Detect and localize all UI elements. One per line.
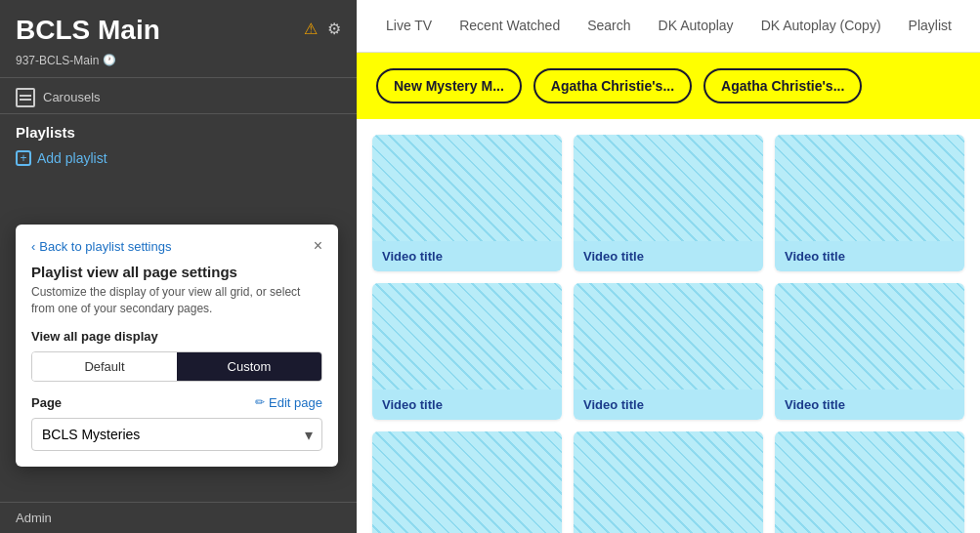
video-title-2: Video title bbox=[574, 241, 763, 271]
default-toggle[interactable]: Default bbox=[32, 352, 177, 381]
video-card-1[interactable]: Video title bbox=[372, 135, 562, 271]
sidebar-header: BCLS Main ⚠ ⚙ bbox=[0, 0, 357, 54]
video-thumb-6 bbox=[775, 283, 964, 390]
pill-btn-0[interactable]: New Mystery M... bbox=[376, 68, 522, 103]
admin-footer: Admin bbox=[0, 502, 357, 533]
sidebar-title: BCLS Main bbox=[16, 16, 160, 46]
add-playlist-button[interactable]: + Add playlist bbox=[0, 144, 357, 172]
playlist-view-all-popup: ‹ Back to playlist settings × Playlist v… bbox=[16, 225, 338, 467]
popup-description: Customize the display of your view all g… bbox=[31, 284, 322, 317]
video-title-6: Video title bbox=[775, 390, 964, 420]
video-card-6[interactable]: Video title bbox=[775, 283, 964, 420]
tab-dk-autoplay-copy[interactable]: DK Autoplay (Copy) bbox=[747, 2, 895, 51]
carousels-label: Carousels bbox=[43, 90, 101, 104]
sidebar: BCLS Main ⚠ ⚙ 937-BCLS-Main 🕐 Carousels … bbox=[0, 0, 357, 533]
video-title-5: Video title bbox=[574, 390, 763, 420]
tab-playlist[interactable]: Playlist bbox=[895, 2, 965, 51]
video-grid: Video title Video title Video title Vide… bbox=[357, 119, 980, 533]
carousels-section[interactable]: Carousels bbox=[0, 77, 357, 113]
video-card-7[interactable]: Video title bbox=[372, 431, 562, 533]
sidebar-subtitle: 937-BCLS-Main 🕐 bbox=[0, 54, 357, 77]
popup-back-row: ‹ Back to playlist settings × bbox=[31, 238, 322, 254]
view-all-page-toggle: Default Custom bbox=[31, 351, 322, 382]
warning-icon: ⚠ bbox=[304, 20, 318, 38]
popup-close-button[interactable]: × bbox=[314, 238, 322, 254]
popup-title: Playlist view all page settings bbox=[31, 264, 322, 280]
add-playlist-plus-icon: + bbox=[16, 150, 31, 166]
edit-label: Edit page bbox=[269, 395, 322, 410]
sidebar-icon-group: ⚠ ⚙ bbox=[304, 20, 341, 38]
video-thumb-8 bbox=[574, 431, 763, 533]
pill-btn-1[interactable]: Agatha Christie's... bbox=[533, 68, 692, 103]
clock-icon: 🕐 bbox=[103, 54, 116, 66]
video-thumb-3 bbox=[775, 135, 964, 241]
tab-live-tv[interactable]: Live TV bbox=[372, 2, 446, 51]
chevron-left-icon: ‹ bbox=[31, 239, 35, 254]
video-thumb-1 bbox=[372, 135, 562, 241]
back-to-playlist-settings-link[interactable]: ‹ Back to playlist settings bbox=[31, 239, 171, 254]
video-title-3: Video title bbox=[775, 241, 964, 271]
display-label: View all page display bbox=[31, 329, 322, 344]
yellow-banner: New Mystery M... Agatha Christie's... Ag… bbox=[357, 53, 980, 119]
pencil-icon: ✏ bbox=[255, 395, 265, 409]
video-card-9[interactable]: Video title bbox=[775, 431, 964, 533]
video-title-1: Video title bbox=[372, 241, 562, 271]
pill-btn-2[interactable]: Agatha Christie's... bbox=[703, 68, 862, 103]
page-row: Page ✏ Edit page bbox=[31, 395, 322, 410]
tab-dk-autoplay[interactable]: DK Autoplay bbox=[645, 2, 747, 51]
video-thumb-2 bbox=[574, 135, 763, 241]
video-card-2[interactable]: Video title bbox=[574, 135, 763, 271]
video-thumb-9 bbox=[775, 431, 964, 533]
carousels-icon bbox=[16, 88, 35, 107]
gear-icon[interactable]: ⚙ bbox=[327, 20, 341, 38]
video-thumb-4 bbox=[372, 283, 562, 390]
video-card-8[interactable]: Video title bbox=[574, 431, 763, 533]
video-card-3[interactable]: Video title bbox=[775, 135, 964, 271]
playlists-heading: Playlists bbox=[0, 113, 357, 144]
main-content: Live TV Recent Watched Search DK Autopla… bbox=[357, 0, 980, 533]
page-label: Page bbox=[31, 395, 62, 410]
edit-page-link[interactable]: ✏ Edit page bbox=[255, 395, 322, 410]
admin-label: Admin bbox=[16, 511, 52, 525]
tab-recent-watched[interactable]: Recent Watched bbox=[446, 2, 574, 51]
nav-tabs: Live TV Recent Watched Search DK Autopla… bbox=[357, 0, 980, 53]
page-select[interactable]: BCLS Mysteries bbox=[31, 418, 322, 451]
video-thumb-7 bbox=[372, 431, 562, 533]
video-card-5[interactable]: Video title bbox=[574, 283, 763, 420]
add-playlist-label: Add playlist bbox=[37, 150, 107, 166]
tab-search[interactable]: Search bbox=[574, 2, 644, 51]
video-title-4: Video title bbox=[372, 390, 562, 420]
page-select-wrapper: BCLS Mysteries bbox=[31, 418, 322, 451]
video-card-4[interactable]: Video title bbox=[372, 283, 562, 420]
video-thumb-5 bbox=[574, 283, 763, 390]
back-label: Back to playlist settings bbox=[39, 239, 171, 254]
custom-toggle[interactable]: Custom bbox=[177, 352, 321, 381]
